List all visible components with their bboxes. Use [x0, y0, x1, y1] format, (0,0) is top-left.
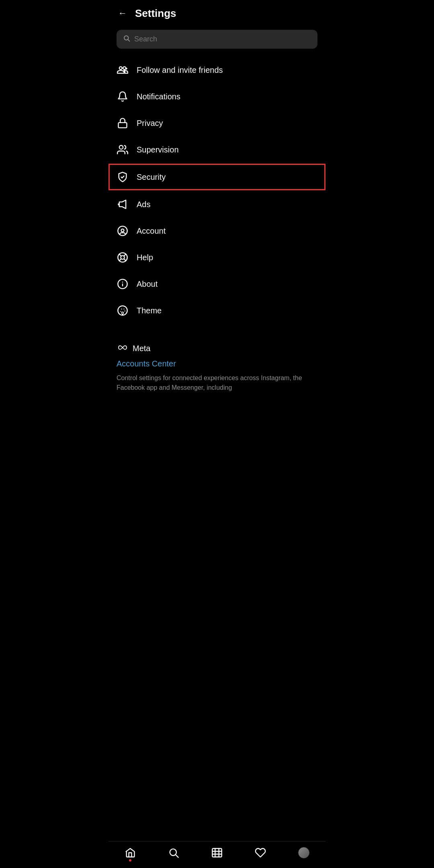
accounts-center-description: Control settings for connected experienc… — [108, 372, 326, 399]
svg-line-7 — [119, 254, 121, 256]
header: ← Settings — [108, 0, 326, 27]
svg-point-18 — [125, 311, 125, 311]
search-icon — [123, 35, 130, 44]
nav-search[interactable] — [163, 845, 184, 860]
back-button[interactable]: ← — [117, 6, 129, 20]
nav-activity[interactable] — [250, 845, 271, 860]
megaphone-icon — [117, 198, 129, 210]
bottom-nav — [108, 841, 326, 868]
security-label: Security — [137, 173, 166, 182]
accounts-center-section: Accounts Center — [108, 357, 326, 372]
accounts-center-link[interactable]: Accounts Center — [117, 359, 176, 368]
svg-line-1 — [128, 39, 129, 41]
heart-icon — [255, 847, 266, 858]
search-bar[interactable] — [117, 30, 317, 49]
menu-item-supervision[interactable]: Supervision — [108, 136, 326, 163]
svg-point-3 — [119, 146, 123, 149]
svg-point-4 — [118, 226, 127, 235]
menu-list: Follow and invite friends Notifications … — [108, 57, 326, 332]
menu-item-privacy[interactable]: Privacy — [108, 110, 326, 136]
svg-line-20 — [176, 855, 178, 857]
svg-point-17 — [123, 309, 124, 309]
menu-item-about[interactable]: About — [108, 271, 326, 297]
meta-label: Meta — [133, 344, 150, 353]
svg-rect-2 — [119, 123, 127, 128]
meta-logo-icon — [117, 341, 129, 355]
ads-label: Ads — [137, 200, 150, 209]
theme-label: Theme — [137, 306, 162, 315]
meta-section: Meta — [108, 332, 326, 357]
lock-icon — [117, 117, 129, 129]
person-circle-icon — [117, 225, 129, 237]
svg-point-15 — [120, 311, 121, 312]
shield-check-icon — [117, 171, 129, 183]
supervision-icon — [117, 144, 129, 156]
reels-icon — [211, 847, 223, 858]
notifications-label: Notifications — [137, 92, 180, 101]
menu-item-help[interactable]: Help — [108, 244, 326, 271]
back-arrow-icon: ← — [118, 8, 127, 19]
lifebuoy-icon — [117, 251, 129, 263]
menu-item-follow[interactable]: Follow and invite friends — [108, 57, 326, 83]
palette-icon — [117, 304, 129, 317]
menu-item-account[interactable]: Account — [108, 218, 326, 244]
menu-item-ads[interactable]: Ads — [108, 191, 326, 218]
svg-rect-21 — [212, 849, 221, 857]
follow-label: Follow and invite friends — [137, 66, 223, 75]
profile-avatar — [298, 847, 309, 858]
home-notification-dot — [129, 859, 131, 862]
menu-item-theme[interactable]: Theme — [108, 297, 326, 324]
menu-item-notifications[interactable]: Notifications — [108, 83, 326, 110]
menu-item-security[interactable]: Security — [108, 164, 326, 190]
bell-icon — [117, 91, 129, 103]
svg-line-9 — [124, 254, 126, 256]
svg-line-8 — [124, 259, 126, 261]
help-label: Help — [137, 253, 153, 262]
supervision-label: Supervision — [137, 145, 179, 154]
page-title: Settings — [135, 7, 176, 20]
add-person-icon — [117, 64, 129, 76]
svg-point-16 — [121, 309, 122, 309]
nav-profile[interactable] — [293, 845, 314, 860]
nav-home[interactable] — [120, 845, 141, 860]
svg-line-10 — [119, 259, 121, 261]
svg-point-14 — [118, 306, 127, 315]
privacy-label: Privacy — [137, 119, 163, 128]
home-icon — [125, 847, 136, 858]
search-input[interactable] — [134, 35, 311, 43]
info-circle-icon — [117, 278, 129, 290]
nav-search-icon — [168, 847, 179, 858]
account-label: Account — [137, 226, 166, 236]
about-label: About — [137, 280, 158, 289]
search-container — [108, 27, 326, 57]
nav-reels[interactable] — [207, 845, 227, 860]
